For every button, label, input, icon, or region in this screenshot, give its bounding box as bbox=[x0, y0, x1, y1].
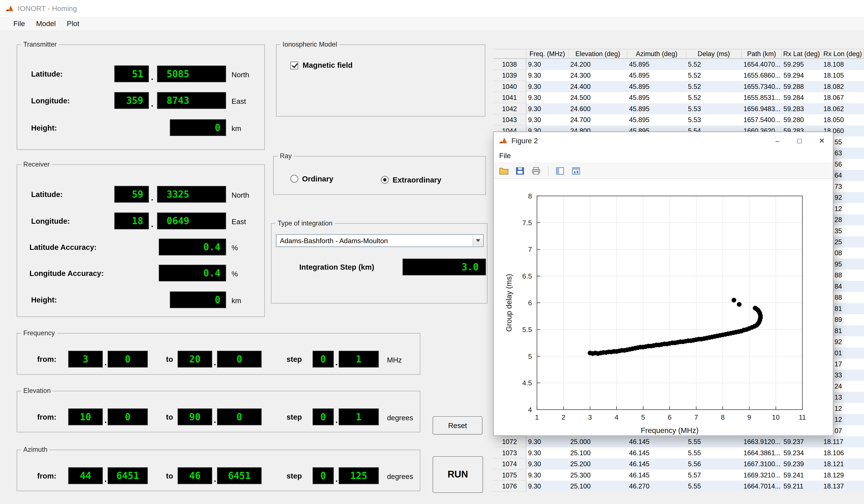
table-cell: 24.500 bbox=[569, 92, 627, 103]
integration-group: Type of integration Adams-Bashforth - Ad… bbox=[271, 223, 488, 303]
table-header: Freq. (MHz)Elevation (deg)Azimuth (deg)D… bbox=[493, 49, 864, 59]
table-cell: 18.137 bbox=[822, 481, 864, 492]
group-delay-chart: 123456789101144.555.566.577.58Frequency … bbox=[494, 179, 833, 435]
table-cell: 46.145 bbox=[627, 447, 686, 458]
svg-text:8: 8 bbox=[528, 192, 532, 200]
table-cell: 59.295 bbox=[782, 59, 822, 70]
magnetic-field-checkbox[interactable] bbox=[290, 62, 298, 70]
azi-step-frac-display[interactable]: 125 bbox=[339, 467, 379, 484]
elev-step-frac-display[interactable]: 1 bbox=[339, 408, 379, 425]
plot-browser-icon[interactable] bbox=[570, 165, 583, 176]
freq-to-frac-display[interactable]: 0 bbox=[217, 351, 262, 368]
tx-height-display[interactable]: 0 bbox=[170, 119, 226, 136]
tx-longitude-frac-display[interactable]: 8743 bbox=[157, 92, 226, 109]
menu-file[interactable]: File bbox=[8, 20, 31, 28]
open-figure-icon[interactable] bbox=[498, 165, 511, 176]
decimal-separator: . bbox=[335, 358, 338, 367]
integration-method-dropdown[interactable]: Adams-Bashforth - Adams-Moulton bbox=[276, 234, 484, 247]
table-row[interactable]: 10749.3025.20046.1455.561667.3100...59.2… bbox=[493, 458, 864, 469]
transmitter-group: Transmitter Latitude: 51 . 5085 North Lo… bbox=[16, 45, 265, 150]
svg-text:Group delay (ms): Group delay (ms) bbox=[505, 274, 513, 332]
menu-model[interactable]: Model bbox=[31, 20, 61, 28]
freq-step-frac-display[interactable]: 1 bbox=[339, 351, 379, 368]
rx-height-unit: km bbox=[231, 297, 241, 305]
table-cell: 18.082 bbox=[822, 81, 864, 92]
figure-titlebar[interactable]: Figure 2 – □ ✕ bbox=[494, 132, 833, 149]
maximize-icon[interactable]: □ bbox=[789, 132, 811, 149]
rx-lat-accuracy-unit: % bbox=[231, 243, 238, 252]
azi-to-int-display[interactable]: 46 bbox=[178, 467, 212, 484]
save-figure-icon[interactable] bbox=[514, 165, 526, 176]
table-row[interactable]: 10439.3024.70045.8955.531657.5400...59.2… bbox=[493, 115, 864, 125]
table-cell: 1667.3100... bbox=[742, 458, 782, 469]
row-number: 1040 bbox=[493, 81, 526, 92]
rx-longitude-deg-display[interactable]: 18 bbox=[114, 213, 149, 229]
integration-step-display[interactable]: 3.0 bbox=[403, 259, 486, 275]
table-cell: 1655.8531... bbox=[742, 92, 782, 103]
svg-text:7: 7 bbox=[528, 245, 532, 253]
table-row[interactable]: 10769.3025.10046.2705.551664.7014...59.2… bbox=[493, 481, 864, 492]
azi-from-frac-display[interactable]: 6451 bbox=[108, 467, 147, 484]
azi-from-int-display[interactable]: 44 bbox=[68, 467, 103, 484]
table-row[interactable]: 10419.3024.50045.8955.521655.8531...59.2… bbox=[493, 92, 864, 103]
table-cell: 45.895 bbox=[627, 115, 686, 125]
close-icon[interactable]: ✕ bbox=[811, 132, 833, 149]
table-cell: 1656.9483... bbox=[742, 103, 782, 115]
freq-to-int-display[interactable]: 20 bbox=[178, 351, 212, 368]
freq-unit: MHz bbox=[387, 356, 402, 364]
elev-to-frac-display[interactable]: 0 bbox=[217, 408, 262, 425]
tx-longitude-label: Longitude: bbox=[31, 97, 70, 105]
table-cell: 1669.3210... bbox=[742, 469, 782, 480]
table-row[interactable]: 10759.3025.30046.1455.571669.3210...59.2… bbox=[493, 469, 864, 480]
tx-latitude-deg-display[interactable]: 51 bbox=[114, 65, 149, 82]
table-row[interactable]: 10429.3024.60045.8955.531656.9483...59.2… bbox=[493, 103, 864, 115]
elev-step-int-display[interactable]: 0 bbox=[313, 408, 334, 425]
table-row[interactable]: 10399.3024.30045.8955.521655.6860...59.2… bbox=[493, 70, 864, 81]
app-titlebar: IONORT - Homing bbox=[0, 0, 864, 16]
figure-menu-file[interactable]: File bbox=[499, 152, 511, 160]
print-figure-icon[interactable] bbox=[530, 165, 542, 176]
toolbar-separator bbox=[548, 166, 549, 176]
table-cell: 1655.7340... bbox=[742, 81, 782, 92]
decimal-separator: . bbox=[151, 219, 153, 229]
extraordinary-radio[interactable] bbox=[381, 176, 389, 184]
rx-longitude-frac-display[interactable]: 0649 bbox=[157, 213, 226, 229]
menu-plot[interactable]: Plot bbox=[61, 20, 85, 28]
freq-from-int-display[interactable]: 3 bbox=[68, 351, 103, 368]
frequency-group: Frequency from: 3 . 0 to 20 . 0 step 0 .… bbox=[16, 333, 420, 375]
elev-to-int-display[interactable]: 90 bbox=[178, 408, 212, 425]
elev-from-frac-display[interactable]: 0 bbox=[108, 408, 147, 425]
table-cell: 9.30 bbox=[526, 458, 569, 469]
ordinary-radio[interactable] bbox=[290, 175, 298, 182]
table-cell: 18.105 bbox=[822, 70, 864, 81]
table-cell: 9.30 bbox=[526, 115, 569, 125]
rx-latitude-deg-display[interactable]: 59 bbox=[114, 186, 149, 203]
freq-from-frac-display[interactable]: 0 bbox=[108, 351, 147, 368]
table-row[interactable]: 10729.3025.00046.1455.551663.9120...59.2… bbox=[493, 436, 864, 447]
table-cell: 24.300 bbox=[569, 70, 627, 81]
rx-lon-accuracy-display[interactable]: 0.4 bbox=[159, 265, 226, 281]
run-button[interactable]: RUN bbox=[433, 456, 483, 493]
table-cell: 45.895 bbox=[627, 103, 686, 115]
reset-button[interactable]: Reset bbox=[433, 417, 483, 435]
minimize-icon[interactable]: – bbox=[766, 132, 789, 149]
azi-step-int-display[interactable]: 0 bbox=[313, 467, 334, 484]
table-row[interactable]: 10739.3025.10046.1455.551664.3861...59.2… bbox=[493, 447, 864, 458]
table-row[interactable]: 10409.3024.40045.8955.521655.7340...59.2… bbox=[493, 81, 864, 92]
azi-to-frac-display[interactable]: 6451 bbox=[217, 467, 262, 484]
svg-text:2: 2 bbox=[562, 413, 565, 421]
tx-height-label: Height: bbox=[31, 124, 57, 132]
table-cell: 59.280 bbox=[782, 115, 822, 125]
figure-palette-icon[interactable] bbox=[554, 165, 566, 176]
tx-longitude-deg-display[interactable]: 359 bbox=[114, 92, 149, 109]
tx-latitude-frac-display[interactable]: 5085 bbox=[157, 65, 226, 82]
app-title: IONORT - Homing bbox=[18, 4, 77, 12]
rx-height-display[interactable]: 0 bbox=[170, 291, 226, 308]
table-row[interactable]: 10389.3024.20045.8955.521654.4070...59.2… bbox=[493, 59, 864, 70]
rx-latitude-frac-display[interactable]: 3325 bbox=[157, 186, 226, 203]
elev-from-int-display[interactable]: 10 bbox=[68, 408, 103, 425]
table-cell: 59.211 bbox=[782, 481, 822, 492]
freq-step-int-display[interactable]: 0 bbox=[313, 351, 334, 368]
rx-lat-accuracy-display[interactable]: 0.4 bbox=[159, 239, 226, 255]
table-cell: 5.52 bbox=[686, 81, 742, 92]
